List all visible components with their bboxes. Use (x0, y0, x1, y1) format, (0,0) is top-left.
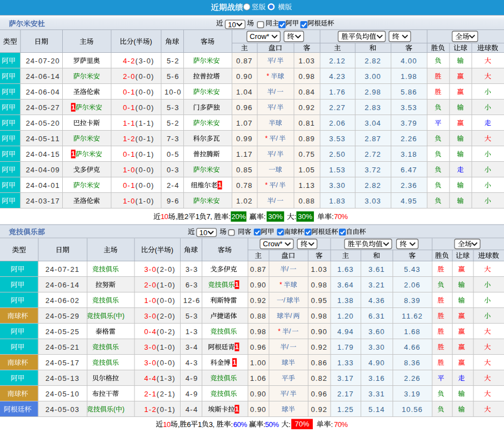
svg-text:3.17: 3.17 (337, 374, 353, 383)
svg-text:*: * (267, 72, 270, 80)
svg-text:2.06: 2.06 (404, 281, 420, 289)
svg-text:1: 1 (235, 281, 239, 289)
svg-text:3.79: 3.79 (401, 119, 417, 127)
svg-text:4.66: 4.66 (404, 343, 420, 351)
svg-text:0.95: 0.95 (311, 296, 327, 305)
svg-text:0.90: 0.90 (236, 72, 252, 81)
svg-text:2.17: 2.17 (337, 390, 353, 398)
svg-text:2.26: 2.26 (404, 374, 420, 383)
svg-text:30%: 30% (298, 212, 312, 221)
svg-text:0.96: 0.96 (311, 390, 327, 398)
svg-text:70%: 70% (334, 420, 348, 429)
svg-text:5-3: 5-3 (167, 103, 178, 112)
svg-text:1.25: 1.25 (337, 405, 353, 414)
svg-text:4.95: 4.95 (401, 197, 417, 205)
svg-text:5-3: 5-3 (186, 312, 197, 320)
svg-text:10: 10 (199, 229, 207, 237)
svg-text:24-05-20: 24-05-20 (26, 119, 59, 127)
svg-text:3.53: 3.53 (401, 103, 417, 112)
svg-text:3.61: 3.61 (368, 265, 385, 274)
svg-text:0.82: 0.82 (311, 374, 327, 383)
svg-text:0-1: 0-1 (123, 181, 134, 190)
svg-text::: : (331, 420, 333, 429)
svg-text:): ) (122, 312, 124, 320)
svg-text:0.96: 0.96 (250, 343, 266, 351)
svg-text:1: 1 (233, 359, 237, 366)
svg-text:4-2: 4-2 (123, 57, 134, 65)
svg-text:10: 10 (163, 420, 171, 429)
svg-text:24-06-14: 24-06-14 (46, 281, 79, 289)
svg-text:1.17: 1.17 (236, 150, 252, 158)
svg-text:8.36: 8.36 (404, 359, 420, 367)
svg-text:24-06-04: 24-06-04 (26, 88, 59, 96)
svg-text:*: * (265, 135, 268, 142)
svg-text:0.98: 0.98 (311, 312, 327, 320)
svg-text:24-05-25: 24-05-25 (46, 327, 79, 336)
svg-text:0-1: 0-1 (123, 103, 134, 112)
svg-text:3-0: 3-0 (144, 265, 156, 274)
svg-text:): ) (122, 405, 124, 413)
svg-text:1: 1 (71, 103, 75, 111)
svg-text:0-1: 0-1 (123, 88, 134, 96)
svg-text:2.06: 2.06 (329, 119, 345, 127)
svg-text:0.92: 0.92 (298, 103, 315, 112)
svg-text:6.47: 6.47 (401, 166, 417, 174)
svg-text:24-05-27: 24-05-27 (26, 103, 59, 112)
svg-text:3.64: 3.64 (337, 281, 353, 289)
svg-text:1-3: 1-3 (186, 327, 197, 336)
svg-text:24-05-29: 24-05-29 (46, 312, 79, 320)
svg-text:1: 1 (196, 212, 199, 221)
svg-text:2.83: 2.83 (365, 103, 380, 112)
svg-text:3.00: 3.00 (365, 72, 380, 81)
svg-text:3.21: 3.21 (368, 281, 385, 289)
svg-text:0.75: 0.75 (298, 150, 315, 158)
svg-text:5.86: 5.86 (401, 88, 417, 96)
svg-text::: : (231, 420, 233, 429)
svg-text:*: * (278, 327, 281, 335)
svg-text:3.04: 3.04 (365, 119, 380, 127)
svg-text:3.16: 3.16 (368, 374, 385, 383)
svg-text:1.03: 1.03 (311, 265, 327, 274)
svg-text:1.07: 1.07 (236, 119, 252, 127)
svg-text:3,: 3, (209, 420, 214, 429)
svg-text:(: ( (113, 312, 116, 320)
svg-text:8.39: 8.39 (404, 296, 420, 305)
svg-text:5-6: 5-6 (167, 72, 178, 81)
svg-text:0-5: 0-5 (167, 150, 178, 158)
svg-text:0.84: 0.84 (298, 88, 315, 96)
svg-text:6.31: 6.31 (368, 312, 385, 320)
svg-text:0-1: 0-1 (123, 150, 134, 158)
svg-text:6-3: 6-3 (186, 281, 197, 289)
svg-text:0-3: 0-3 (167, 166, 178, 174)
svg-text:0.99: 0.99 (236, 135, 252, 143)
svg-text:0.98: 0.98 (298, 72, 315, 81)
svg-text:2.98: 2.98 (365, 88, 380, 96)
svg-text:0.90: 0.90 (250, 405, 266, 414)
svg-text:3-3: 3-3 (186, 265, 197, 274)
svg-text:30%: 30% (268, 212, 283, 221)
svg-text:24-03-17: 24-03-17 (26, 197, 59, 205)
svg-text:20%: 20% (231, 212, 246, 221)
svg-text:7,: 7, (207, 212, 212, 221)
svg-text:*: * (265, 181, 268, 189)
svg-text:2.82: 2.82 (365, 57, 380, 65)
svg-text:0.81: 0.81 (298, 119, 315, 127)
svg-text:24-07-21: 24-07-21 (46, 265, 79, 274)
svg-text:(: ( (113, 405, 116, 413)
svg-text:2.72: 2.72 (365, 150, 380, 158)
svg-text:3.72: 3.72 (365, 166, 380, 174)
svg-text:12-6: 12-6 (183, 296, 200, 305)
svg-text:1: 1 (235, 343, 239, 351)
svg-text:,: , (178, 420, 180, 429)
svg-text:0.98: 0.98 (250, 327, 266, 336)
svg-text:1.05: 1.05 (298, 166, 315, 174)
svg-text:10: 10 (228, 21, 236, 29)
svg-text:1-1: 1-1 (123, 119, 134, 127)
svg-text:2.27: 2.27 (329, 103, 345, 112)
svg-text:24-04-15: 24-04-15 (26, 150, 59, 158)
svg-text:24-04-01: 24-04-01 (26, 181, 59, 190)
svg-text:1.13: 1.13 (298, 181, 315, 190)
svg-text:0.98: 0.98 (311, 281, 327, 289)
svg-text:1-0: 1-0 (123, 166, 134, 174)
svg-text:0.87: 0.87 (236, 57, 252, 65)
